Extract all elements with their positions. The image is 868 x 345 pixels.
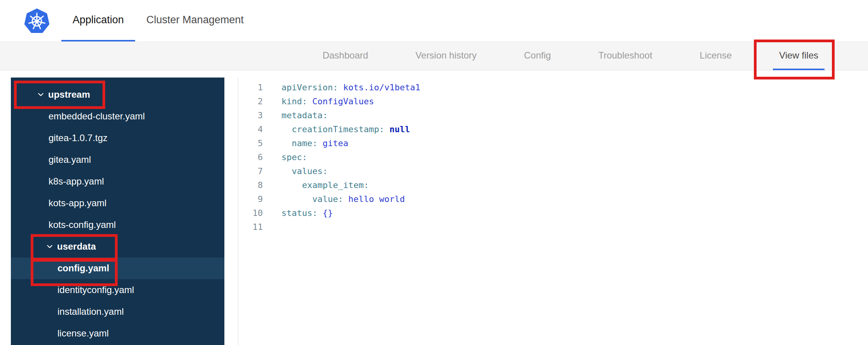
line-text: apiVersion: kots.io/v1beta1 [263,81,420,95]
tree-file-kots-app-yaml[interactable]: kots-app.yaml [11,192,224,214]
tree-file-gitea-yaml[interactable]: gitea.yaml [11,149,224,171]
code-token: status: [281,208,318,218]
line-number: 4 [238,122,263,136]
tree-item-label: config.yaml [57,263,109,274]
tree-item-label: license.yaml [57,328,109,339]
subnav-item-config[interactable]: Config [518,42,557,70]
subnav-item-dashboard[interactable]: Dashboard [316,42,374,70]
file-tree-sidebar: upstreamembedded-cluster.yamlgitea-1.0.7… [11,78,224,345]
tree-item-label: embedded-cluster.yaml [49,111,145,122]
line-text [263,220,281,234]
tree-file-license-yaml[interactable]: license.yaml [11,323,224,344]
code-token: apiVersion: [281,83,338,92]
chevron-down-icon [37,91,44,98]
subnav-item-version-history[interactable]: Version history [409,42,483,70]
app-subnav: DashboardVersion historyConfigTroublesho… [0,41,868,71]
line-text: spec: [263,150,307,164]
line-number: 2 [238,95,263,109]
tree-file-kots-config-yaml[interactable]: kots-config.yaml [11,214,224,236]
top-header: ApplicationCluster Management [0,0,868,41]
code-token: ConfigValues [307,97,374,106]
code-line: 9 value: hello world [238,192,868,206]
code-line: 5 name: gitea [238,136,868,150]
chevron-down-icon [46,243,53,250]
code-line: 4 creationTimestamp: null [238,122,868,136]
tree-item-label: identityconfig.yaml [57,285,134,295]
line-text: kind: ConfigValues [263,95,374,109]
line-number: 5 [238,136,263,150]
header-tabs: ApplicationCluster Management [61,0,255,41]
line-text: example_item: [263,178,369,192]
line-text: metadata: [263,109,328,122]
line-number: 9 [238,192,263,206]
subnav-item-troubleshoot[interactable]: Troubleshoot [592,42,658,70]
line-number: 10 [238,206,263,220]
code-line: 11 [238,220,868,234]
subnav-item-view-files[interactable]: View files [773,42,825,70]
line-number: 6 [238,150,263,164]
code-token: hello world [343,194,405,204]
tree-item-label: gitea-1.0.7.tgz [49,133,108,143]
line-number: 3 [238,109,263,122]
line-number: 8 [238,178,263,192]
tree-file-embedded-cluster-yaml[interactable]: embedded-cluster.yaml [11,105,224,127]
code-token: {} [318,208,333,218]
code-token: metadata: [281,110,328,120]
code-line: 7 values: [238,164,868,178]
tree-item-label: userdata [57,241,96,252]
header-tab-cluster-management[interactable]: Cluster Management [135,0,255,41]
code-token: value: [281,194,343,204]
tree-item-label: installation.yaml [57,306,124,317]
tree-item-label: kots-app.yaml [49,198,106,209]
code-token: kots.io/v1beta1 [338,83,420,92]
tree-item-label: kots-config.yaml [49,219,116,230]
line-text: status: {} [263,206,333,220]
kubernetes-logo-icon [24,9,50,34]
header-tab-application[interactable]: Application [61,0,135,41]
code-token: creationTimestamp: [281,124,384,134]
code-token: values: [281,166,328,176]
code-line: 3metadata: [238,109,868,122]
code-token: name: [281,138,318,148]
code-line: 1apiVersion: kots.io/v1beta1 [238,81,868,95]
tree-file-gitea-1-0-7-tgz[interactable]: gitea-1.0.7.tgz [11,127,224,149]
subnav-item-license[interactable]: License [693,42,738,70]
tree-item-label: gitea.yaml [49,154,91,165]
code-line: 2kind: ConfigValues [238,95,868,109]
kots-admin-console: ApplicationCluster Management DashboardV… [0,0,868,345]
tree-item-label: k8s-app.yaml [49,176,104,187]
line-number: 11 [238,220,263,234]
code-line: 6spec: [238,150,868,164]
tree-file-identityconfig-yaml[interactable]: identityconfig.yaml [11,279,224,301]
code-line: 8 example_item: [238,178,868,192]
file-editor: 1apiVersion: kots.io/v1beta12kind: Confi… [238,78,868,345]
tree-folder-userdata[interactable]: userdata [11,236,224,257]
tree-folder-upstream[interactable]: upstream [11,84,224,105]
code-token: gitea [318,138,348,148]
tree-file-config-yaml[interactable]: config.yaml [11,257,224,279]
code-line: 10status: {} [238,206,868,220]
tree-file-installation-yaml[interactable]: installation.yaml [11,301,224,323]
line-text: values: [263,164,328,178]
line-text: value: hello world [263,192,405,206]
code-token: kind: [281,97,307,106]
line-text: creationTimestamp: null [263,122,410,136]
code-view: 1apiVersion: kots.io/v1beta12kind: Confi… [238,81,868,234]
code-token: example_item: [281,180,369,190]
code-token: spec: [281,152,307,162]
line-number: 7 [238,164,263,178]
line-number: 1 [238,81,263,95]
line-text: name: gitea [263,136,348,150]
tree-file-k8s-app-yaml[interactable]: k8s-app.yaml [11,171,224,192]
tree-item-label: upstream [48,89,90,100]
code-token: null [384,124,410,134]
